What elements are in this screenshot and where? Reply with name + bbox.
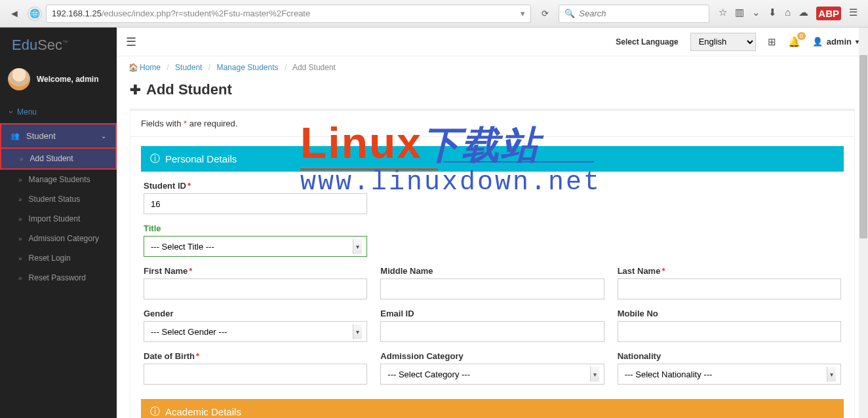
input-student-id[interactable] — [144, 193, 367, 214]
download-icon[interactable]: ⬇ — [768, 7, 777, 20]
chevron-icon: » — [18, 176, 22, 183]
select-nationality[interactable]: --- Select Nationality --- — [618, 364, 841, 385]
browser-chrome: ◄ 🌐 192.168.1.25/edusec/index.php?r=stud… — [0, 0, 868, 28]
chevron-icon: » — [18, 275, 22, 282]
label-email: Email ID — [380, 309, 604, 318]
notifications-icon[interactable]: 🔔0 — [788, 36, 800, 48]
search-icon: 🔍 — [564, 9, 575, 18]
input-last-name[interactable] — [618, 278, 841, 299]
sidebar-icon[interactable]: ▥ — [735, 7, 744, 20]
chevron-icon: » — [18, 196, 22, 203]
plus-icon: ✚ — [130, 82, 141, 98]
url-bar[interactable]: 192.168.1.25/edusec/index.php?r=student%… — [46, 5, 531, 23]
label-first-name: First Name* — [144, 266, 367, 276]
sidebar-item-manage-students[interactable]: »Manage Students — [0, 170, 117, 189]
label-dob: Date of Birth* — [144, 351, 367, 361]
breadcrumb-current: Add Student — [292, 63, 336, 72]
input-dob[interactable] — [144, 364, 367, 385]
sidebar-item-import-student[interactable]: »Import Student — [0, 209, 117, 229]
pocket-icon[interactable]: ⌄ — [752, 7, 760, 20]
breadcrumb: 🏠Home / Student / Manage Students / Add … — [117, 56, 868, 79]
browser-toolbar-icons: ☆ ▥ ⌄ ⬇ ⌂ ☁ ABP ☰ — [713, 7, 863, 20]
browser-search-input[interactable] — [579, 9, 703, 18]
main-content: ☰ Select Language English ⊞ 🔔0 👤 admin ▾… — [117, 28, 868, 418]
label-title: Title — [144, 223, 367, 233]
scrollbar-thumb[interactable] — [859, 55, 867, 238]
breadcrumb-student[interactable]: Student — [175, 63, 202, 72]
abp-icon[interactable]: ABP — [816, 7, 841, 20]
chevron-icon: » — [18, 255, 22, 262]
bookmark-icon[interactable]: ☆ — [719, 7, 727, 20]
label-gender: Gender — [144, 309, 367, 318]
logo: EduSec™ — [0, 28, 117, 63]
apps-icon[interactable]: ⊞ — [768, 36, 776, 48]
sidebar-item-reset-password[interactable]: »Reset Password — [0, 268, 117, 288]
topbar: ☰ Select Language English ⊞ 🔔0 👤 admin ▾ — [117, 28, 868, 56]
input-first-name[interactable] — [144, 278, 367, 299]
info-icon: ⓘ — [150, 153, 160, 165]
hamburger-button[interactable]: ☰ — [126, 35, 136, 49]
url-path: /edusec/index.php?r=student%2Fstu-master… — [102, 9, 310, 18]
input-email[interactable] — [380, 321, 604, 342]
sync-icon[interactable]: ☁ — [799, 7, 808, 20]
label-mobile: Mobile No — [618, 309, 841, 318]
notification-badge: 0 — [797, 32, 806, 40]
input-mobile[interactable] — [618, 321, 841, 342]
menu-header[interactable]: Menu — [0, 101, 117, 123]
home-icon: 🏠 — [128, 63, 138, 72]
sidebar-item-student-status[interactable]: »Student Status — [0, 189, 117, 209]
label-middle-name: Middle Name — [380, 266, 604, 276]
info-icon: ⓘ — [150, 406, 160, 418]
sidebar: EduSec™ Welcome, admin Menu 👥 Student ⌄ … — [0, 28, 117, 418]
users-icon: 👥 — [10, 132, 20, 140]
dropdown-icon[interactable]: ▾ — [521, 9, 525, 18]
avatar[interactable] — [8, 68, 30, 90]
required-note: Fields with * are required. — [130, 109, 854, 137]
sidebar-parent-label: Student — [26, 131, 56, 141]
user-icon: 👤 — [812, 37, 823, 47]
select-title[interactable]: --- Select Title --- — [144, 236, 367, 257]
select-language-label: Select Language — [616, 37, 678, 47]
chevron-down-icon: ⌄ — [101, 132, 106, 140]
globe-icon[interactable]: 🌐 — [28, 7, 42, 21]
welcome-text: Welcome, admin — [37, 75, 98, 84]
breadcrumb-home[interactable]: Home — [140, 63, 161, 72]
scrollbar[interactable] — [859, 28, 868, 418]
chevron-icon: » — [20, 155, 24, 162]
user-menu[interactable]: 👤 admin ▾ — [812, 37, 859, 47]
menu-icon[interactable]: ☰ — [849, 7, 858, 20]
sidebar-item-student[interactable]: 👥 Student ⌄ — [0, 123, 117, 149]
label-nationality: Nationality — [618, 351, 841, 361]
page-title: ✚ Add Student — [130, 81, 855, 98]
section-personal-details: ⓘ Personal Details — [141, 146, 844, 172]
select-admission-category[interactable]: --- Select Category --- — [380, 364, 604, 385]
browser-search[interactable]: 🔍 — [559, 5, 709, 23]
chevron-icon: » — [18, 235, 22, 242]
sidebar-item-reset-login[interactable]: »Reset Login — [0, 248, 117, 268]
label-student-id: Student ID* — [144, 181, 367, 191]
sidebar-item-admission-category[interactable]: »Admission Category — [0, 229, 117, 248]
refresh-button[interactable]: ⟳ — [535, 9, 555, 18]
home-icon[interactable]: ⌂ — [785, 7, 791, 20]
sidebar-item-add-student[interactable]: »Add Student — [0, 149, 117, 170]
label-admission-category: Admission Category — [380, 351, 604, 361]
select-gender[interactable]: --- Select Gender --- — [144, 321, 367, 342]
back-button[interactable]: ◄ — [5, 5, 24, 23]
url-host: 192.168.1.25 — [52, 9, 102, 18]
welcome-block: Welcome, admin — [0, 63, 117, 101]
section-academic-details: ⓘ Academic Details — [141, 399, 844, 418]
language-select[interactable]: English — [690, 33, 756, 51]
label-last-name: Last Name* — [618, 266, 841, 276]
chevron-icon: » — [18, 216, 22, 223]
input-middle-name[interactable] — [380, 278, 604, 299]
breadcrumb-manage[interactable]: Manage Students — [216, 63, 278, 72]
